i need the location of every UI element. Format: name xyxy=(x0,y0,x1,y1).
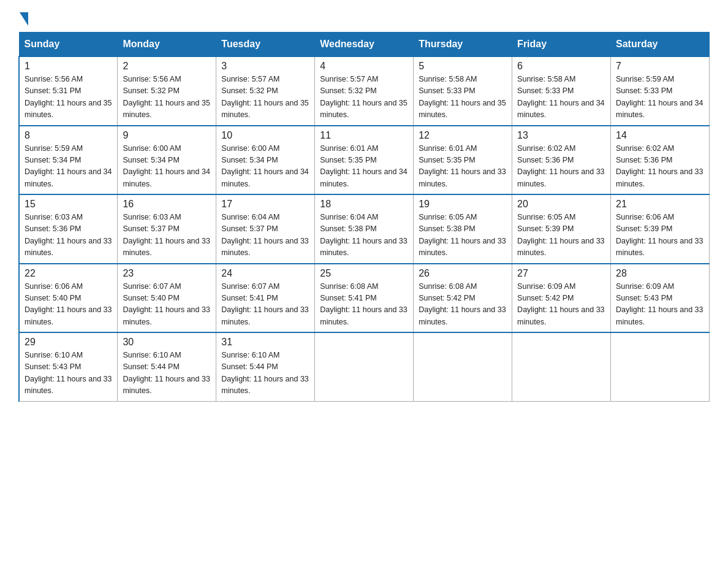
day-info: Sunrise: 6:03 AM Sunset: 5:36 PM Dayligh… xyxy=(25,212,112,259)
daylight-label: Daylight: 11 hours and 34 minutes. xyxy=(616,99,703,119)
day-cell: 24 Sunrise: 6:07 AM Sunset: 5:41 PM Dayl… xyxy=(216,264,315,333)
day-info: Sunrise: 6:10 AM Sunset: 5:44 PM Dayligh… xyxy=(123,350,211,397)
daylight-label: Daylight: 11 hours and 33 minutes. xyxy=(517,167,604,188)
sunrise-label: Sunrise: 6:06 AM xyxy=(25,282,83,291)
sunrise-label: Sunrise: 6:00 AM xyxy=(123,144,181,153)
sunrise-label: Sunrise: 6:02 AM xyxy=(517,144,575,153)
day-cell: 8 Sunrise: 5:59 AM Sunset: 5:34 PM Dayli… xyxy=(19,126,118,195)
day-number: 6 xyxy=(517,61,605,72)
day-number: 14 xyxy=(616,130,704,141)
sunrise-label: Sunrise: 5:57 AM xyxy=(221,75,279,83)
day-info: Sunrise: 6:02 AM Sunset: 5:36 PM Dayligh… xyxy=(517,143,605,191)
sunset-label: Sunset: 5:36 PM xyxy=(25,224,81,233)
sunrise-label: Sunrise: 6:07 AM xyxy=(221,282,279,291)
day-info: Sunrise: 5:56 AM Sunset: 5:32 PM Dayligh… xyxy=(123,74,211,121)
day-number: 23 xyxy=(123,268,211,279)
day-cell: 3 Sunrise: 5:57 AM Sunset: 5:32 PM Dayli… xyxy=(216,56,315,126)
day-number: 9 xyxy=(123,130,211,141)
day-number: 25 xyxy=(320,268,408,279)
sunrise-label: Sunrise: 6:10 AM xyxy=(221,351,279,359)
sunset-label: Sunset: 5:41 PM xyxy=(320,294,376,302)
daylight-label: Daylight: 11 hours and 33 minutes. xyxy=(419,167,506,188)
sunset-label: Sunset: 5:37 PM xyxy=(123,224,179,233)
sunrise-label: Sunrise: 5:57 AM xyxy=(320,75,378,83)
page-header xyxy=(18,12,710,26)
col-header-monday: Monday xyxy=(118,33,216,57)
day-cell: 4 Sunrise: 5:57 AM Sunset: 5:32 PM Dayli… xyxy=(315,56,414,126)
logo-triangle-icon xyxy=(20,12,28,26)
sunrise-label: Sunrise: 6:04 AM xyxy=(320,213,378,221)
day-info: Sunrise: 6:06 AM Sunset: 5:39 PM Dayligh… xyxy=(616,212,704,259)
logo-blue-part xyxy=(18,12,29,26)
sunrise-label: Sunrise: 6:10 AM xyxy=(123,351,181,359)
day-info: Sunrise: 6:07 AM Sunset: 5:40 PM Dayligh… xyxy=(123,281,211,329)
sunset-label: Sunset: 5:32 PM xyxy=(221,86,278,95)
day-number: 31 xyxy=(221,337,309,348)
day-cell: 1 Sunrise: 5:56 AM Sunset: 5:31 PM Dayli… xyxy=(19,56,118,126)
day-info: Sunrise: 5:57 AM Sunset: 5:32 PM Dayligh… xyxy=(221,74,309,121)
sunrise-label: Sunrise: 6:03 AM xyxy=(25,213,83,221)
day-info: Sunrise: 6:00 AM Sunset: 5:34 PM Dayligh… xyxy=(123,143,211,191)
day-number: 2 xyxy=(123,61,211,72)
day-info: Sunrise: 6:10 AM Sunset: 5:43 PM Dayligh… xyxy=(25,350,112,397)
daylight-label: Daylight: 11 hours and 33 minutes. xyxy=(419,305,506,326)
sunset-label: Sunset: 5:40 PM xyxy=(25,294,81,302)
day-info: Sunrise: 6:01 AM Sunset: 5:35 PM Dayligh… xyxy=(419,143,507,191)
daylight-label: Daylight: 11 hours and 33 minutes. xyxy=(25,305,112,326)
sunset-label: Sunset: 5:44 PM xyxy=(123,362,179,371)
day-number: 27 xyxy=(517,268,605,279)
day-info: Sunrise: 6:08 AM Sunset: 5:41 PM Dayligh… xyxy=(320,281,408,329)
day-cell: 22 Sunrise: 6:06 AM Sunset: 5:40 PM Dayl… xyxy=(19,264,118,333)
sunset-label: Sunset: 5:39 PM xyxy=(517,224,574,233)
logo xyxy=(18,12,29,26)
day-info: Sunrise: 5:56 AM Sunset: 5:31 PM Dayligh… xyxy=(25,74,112,121)
sunrise-label: Sunrise: 5:59 AM xyxy=(616,75,674,83)
day-cell: 7 Sunrise: 5:59 AM Sunset: 5:33 PM Dayli… xyxy=(611,56,710,126)
sunrise-label: Sunrise: 5:58 AM xyxy=(517,75,575,83)
day-number: 28 xyxy=(616,268,704,279)
daylight-label: Daylight: 11 hours and 33 minutes. xyxy=(221,305,308,326)
sunrise-label: Sunrise: 6:01 AM xyxy=(320,144,378,153)
daylight-label: Daylight: 11 hours and 33 minutes. xyxy=(123,375,210,395)
calendar-header-row: SundayMondayTuesdayWednesdayThursdayFrid… xyxy=(19,33,710,57)
day-cell xyxy=(611,332,710,401)
sunset-label: Sunset: 5:35 PM xyxy=(320,156,376,164)
day-cell: 20 Sunrise: 6:05 AM Sunset: 5:39 PM Dayl… xyxy=(512,194,611,264)
day-info: Sunrise: 6:02 AM Sunset: 5:36 PM Dayligh… xyxy=(616,143,704,191)
daylight-label: Daylight: 11 hours and 33 minutes. xyxy=(221,375,308,395)
daylight-label: Daylight: 11 hours and 33 minutes. xyxy=(320,237,407,257)
sunrise-label: Sunrise: 6:08 AM xyxy=(419,282,477,291)
day-cell: 15 Sunrise: 6:03 AM Sunset: 5:36 PM Dayl… xyxy=(19,194,118,264)
week-row-4: 22 Sunrise: 6:06 AM Sunset: 5:40 PM Dayl… xyxy=(19,264,710,333)
day-number: 12 xyxy=(419,130,507,141)
sunrise-label: Sunrise: 6:06 AM xyxy=(616,213,674,221)
daylight-label: Daylight: 11 hours and 35 minutes. xyxy=(320,99,407,119)
sunset-label: Sunset: 5:38 PM xyxy=(320,224,376,233)
daylight-label: Daylight: 11 hours and 34 minutes. xyxy=(123,167,210,188)
daylight-label: Daylight: 11 hours and 33 minutes. xyxy=(320,305,407,326)
day-number: 11 xyxy=(320,130,408,141)
sunrise-label: Sunrise: 5:59 AM xyxy=(25,144,83,153)
day-cell: 16 Sunrise: 6:03 AM Sunset: 5:37 PM Dayl… xyxy=(118,194,216,264)
day-cell: 21 Sunrise: 6:06 AM Sunset: 5:39 PM Dayl… xyxy=(611,194,710,264)
day-info: Sunrise: 5:57 AM Sunset: 5:32 PM Dayligh… xyxy=(320,74,408,121)
day-info: Sunrise: 5:59 AM Sunset: 5:34 PM Dayligh… xyxy=(25,143,112,191)
sunset-label: Sunset: 5:36 PM xyxy=(517,156,574,164)
sunset-label: Sunset: 5:35 PM xyxy=(419,156,475,164)
day-cell: 27 Sunrise: 6:09 AM Sunset: 5:42 PM Dayl… xyxy=(512,264,611,333)
day-info: Sunrise: 6:09 AM Sunset: 5:42 PM Dayligh… xyxy=(517,281,605,329)
day-number: 29 xyxy=(25,337,112,348)
day-cell: 18 Sunrise: 6:04 AM Sunset: 5:38 PM Dayl… xyxy=(315,194,414,264)
day-cell: 30 Sunrise: 6:10 AM Sunset: 5:44 PM Dayl… xyxy=(118,332,216,401)
daylight-label: Daylight: 11 hours and 34 minutes. xyxy=(517,99,604,119)
col-header-thursday: Thursday xyxy=(414,33,512,57)
daylight-label: Daylight: 11 hours and 33 minutes. xyxy=(221,237,308,257)
day-cell: 19 Sunrise: 6:05 AM Sunset: 5:38 PM Dayl… xyxy=(414,194,512,264)
day-info: Sunrise: 5:59 AM Sunset: 5:33 PM Dayligh… xyxy=(616,74,704,121)
day-cell: 29 Sunrise: 6:10 AM Sunset: 5:43 PM Dayl… xyxy=(19,332,118,401)
sunrise-label: Sunrise: 5:56 AM xyxy=(123,75,181,83)
daylight-label: Daylight: 11 hours and 33 minutes. xyxy=(616,305,703,326)
sunset-label: Sunset: 5:42 PM xyxy=(419,294,475,302)
day-number: 21 xyxy=(616,199,704,210)
sunrise-label: Sunrise: 6:07 AM xyxy=(123,282,181,291)
